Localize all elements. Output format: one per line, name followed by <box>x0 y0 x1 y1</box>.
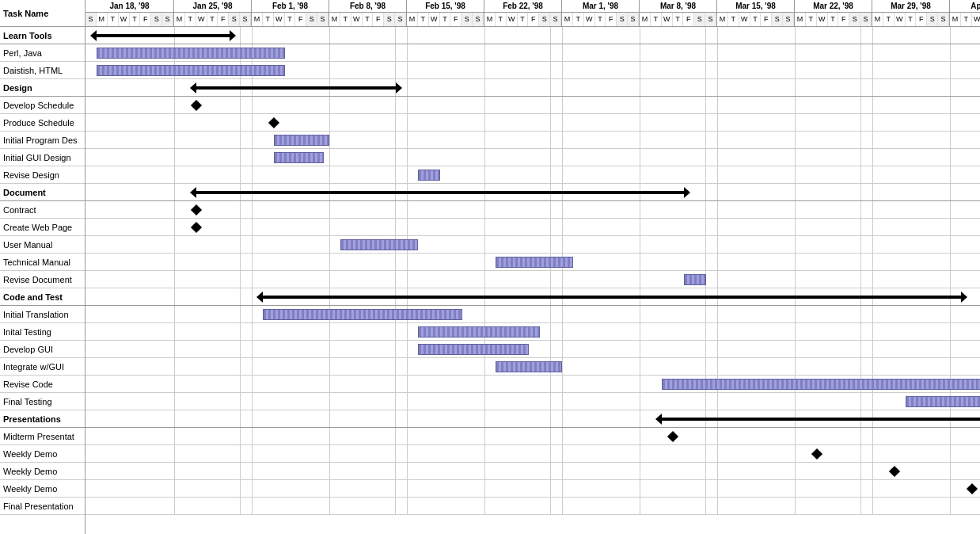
task-integrate-wgui: Integrate w/GUI <box>0 358 85 376</box>
milestone-arrow-left <box>655 414 662 425</box>
chart-row-23 <box>85 428 980 445</box>
chart-row-12 <box>85 236 980 254</box>
milestone-diamond <box>967 483 978 494</box>
chart-row-13 <box>85 254 980 271</box>
task-technical-manual: Technical Manual <box>0 254 85 271</box>
task-label-daistish-html: Daistish, HTML <box>3 66 63 75</box>
task-label-revise-document: Revise Document <box>3 275 72 284</box>
task-weekly-demo-1: Weekly Demo <box>0 445 85 463</box>
milestone-diamond <box>191 99 202 110</box>
chart-row-3 <box>85 79 980 97</box>
milestone-arrow-right <box>684 187 690 198</box>
milestone-line <box>196 191 684 194</box>
task-label-weekly-demo-3: Weekly Demo <box>3 484 57 494</box>
chart-row-10 <box>85 201 980 219</box>
milestone-arrow-right <box>230 30 236 41</box>
group-label-code-and-test: Code and Test <box>3 292 63 302</box>
chart-row-25 <box>85 463 980 480</box>
chart-row-5 <box>85 114 980 132</box>
chart-row-21 <box>85 393 980 410</box>
chart-row-20 <box>85 376 980 393</box>
milestone-arrow-right <box>396 82 402 93</box>
milestone-diamond <box>191 221 202 232</box>
task-final-presentation: Final Presentation <box>0 498 85 515</box>
task-initial-gui-design: Initial GUI Design <box>0 149 85 166</box>
chart-row-14 <box>85 271 980 288</box>
task-weekly-demo-3: Weekly Demo <box>0 480 85 498</box>
task-final-testing: Final Testing <box>0 393 85 410</box>
chart-row-1 <box>85 44 980 62</box>
task-revise-code: Revise Code <box>0 376 85 393</box>
chart-row-18 <box>85 341 980 358</box>
gantt-bar <box>418 326 540 338</box>
task-initial-program-des: Initial Program Des <box>0 132 85 149</box>
task-daistish-html: Daistish, HTML <box>0 62 85 79</box>
milestone-diamond <box>667 430 678 441</box>
group-label-document: Document <box>3 188 46 197</box>
milestone-arrow-left <box>256 292 263 303</box>
task-label-inital-testing: Inital Testing <box>3 327 51 337</box>
task-user-manual: User Manual <box>0 236 85 254</box>
task-column-header: Task Name <box>0 0 85 27</box>
chart-body <box>85 27 980 515</box>
chart-row-19 <box>85 358 980 376</box>
week-group-3: Feb 8, '98MTWTFSS <box>329 0 407 26</box>
chart-row-22 <box>85 410 980 428</box>
chart-row-2 <box>85 62 980 79</box>
week-group-5: Feb 22, '98MTWTFSS <box>484 0 562 26</box>
chart-row-26 <box>85 480 980 498</box>
chart-row-4 <box>85 97 980 114</box>
gantt-bar <box>274 135 329 146</box>
task-midterm-presentat: Midterm Presentat <box>0 428 85 445</box>
task-label-initial-gui-design: Initial GUI Design <box>3 153 71 162</box>
task-produce-schedule: Produce Schedule <box>0 114 85 132</box>
task-develop-gui: Develop GUI <box>0 341 85 358</box>
week-group-11: Apr 5, '98MTWTFSS <box>950 0 980 26</box>
gantt-bar <box>662 379 980 390</box>
group-code-and-test: Code and Test <box>0 288 85 306</box>
group-design: Design <box>0 79 85 97</box>
chart-row-8 <box>85 166 980 184</box>
task-label-weekly-demo-1: Weekly Demo <box>3 449 57 459</box>
task-develop-schedule: Develop Schedule <box>0 97 85 114</box>
task-label-produce-schedule: Produce Schedule <box>3 118 74 128</box>
group-document: Document <box>0 184 85 201</box>
gantt-bar <box>97 48 285 59</box>
chart-area: Jan 18, '98SMTWTFSSJan 25, '98MTWTFSSFeb… <box>85 0 980 534</box>
task-create-web-page: Create Web Page <box>0 219 85 236</box>
task-label-perl-java: Perl, Java <box>3 48 42 58</box>
chart-row-6 <box>85 132 980 149</box>
milestone-diamond <box>811 448 822 459</box>
task-label-weekly-demo-2: Weekly Demo <box>3 467 57 476</box>
chart-row-15 <box>85 288 980 306</box>
task-column-label: Task Name <box>3 9 48 18</box>
gantt-bar <box>340 239 418 250</box>
task-revise-design: Revise Design <box>0 166 85 184</box>
milestone-arrow-right <box>961 292 967 303</box>
group-label-design: Design <box>3 83 32 93</box>
milestone-arrow-left <box>190 82 196 93</box>
task-label-final-presentation: Final Presentation <box>3 502 74 511</box>
week-group-7: Mar 8, '98MTWTFSS <box>640 0 717 26</box>
task-contract: Contract <box>0 201 85 219</box>
milestone-line <box>196 86 396 90</box>
task-label-develop-schedule: Develop Schedule <box>3 101 74 110</box>
task-column: Task Name Learn Tools Perl, Java Daistis… <box>0 0 85 534</box>
week-group-1: Jan 25, '98MTWTFSS <box>174 0 252 26</box>
gantt-bar <box>906 396 980 407</box>
milestone-diamond <box>268 116 279 128</box>
milestone-diamond <box>191 204 202 215</box>
task-label-revise-code: Revise Code <box>3 380 53 389</box>
milestone-arrow-left <box>190 187 196 198</box>
chart-row-16 <box>85 306 980 323</box>
milestone-line <box>97 34 230 37</box>
task-label-create-web-page: Create Web Page <box>3 223 72 232</box>
milestone-arrow-left <box>90 30 97 41</box>
gantt-bar <box>274 152 324 163</box>
chart-header: Jan 18, '98SMTWTFSSJan 25, '98MTWTFSSFeb… <box>85 0 980 27</box>
task-label-develop-gui: Develop GUI <box>3 345 53 354</box>
week-group-8: Mar 15, '98MTWTFSS <box>717 0 795 26</box>
group-learn-tools: Learn Tools <box>0 27 85 44</box>
gantt-bar <box>496 257 573 268</box>
week-group-0: Jan 18, '98SMTWTFSS <box>85 0 174 26</box>
